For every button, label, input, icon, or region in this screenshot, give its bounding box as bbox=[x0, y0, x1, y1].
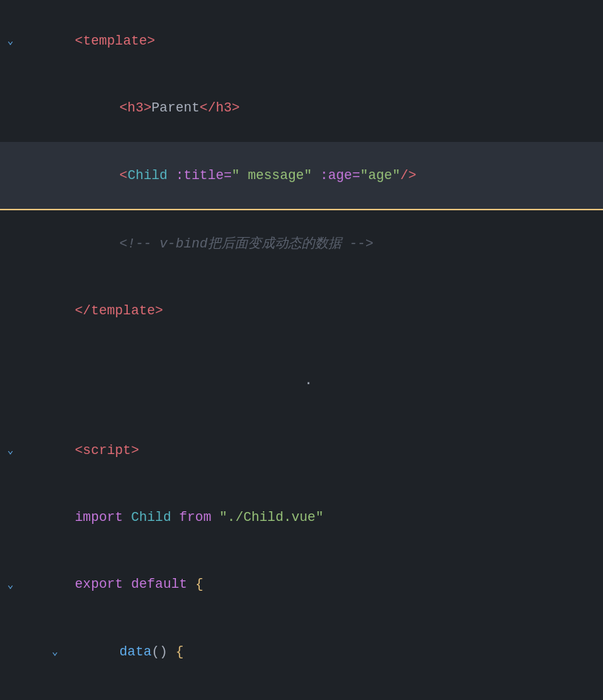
code-line-3: <Child :title=" message" :age="age"/> bbox=[0, 142, 603, 210]
gutter-1: ⌄ bbox=[0, 33, 21, 49]
from-keyword: from bbox=[179, 510, 211, 525]
code-line-12: ⌄ data() { bbox=[0, 618, 603, 685]
code-line-9: ⌄ <script> bbox=[0, 417, 603, 484]
dot-separator: . bbox=[304, 370, 313, 392]
data-method: data bbox=[120, 644, 151, 659]
line-content-2: <h3>Parent</h3> bbox=[65, 76, 603, 140]
line-content-10: import Child from "./Child.vue" bbox=[21, 485, 603, 549]
tag-bracket-close: > bbox=[147, 33, 155, 48]
default-keyword: default bbox=[131, 577, 187, 592]
child-tag-open: < bbox=[120, 168, 128, 183]
age-value: "age" bbox=[360, 168, 400, 183]
code-line-10: import Child from "./Child.vue" bbox=[0, 484, 603, 551]
fold-chevron-11[interactable]: ⌄ bbox=[7, 577, 13, 593]
age-bind: :age= bbox=[320, 168, 360, 183]
code-line-blank1 bbox=[0, 345, 603, 369]
line-content-5: </template> bbox=[21, 279, 603, 343]
code-line-2: <h3>Parent</h3> bbox=[0, 74, 603, 141]
fold-chevron-1[interactable]: ⌄ bbox=[7, 33, 13, 49]
tag-bracket-open: < bbox=[75, 33, 83, 48]
line-content-4: <!-- v-bind把后面变成动态的数据 --> bbox=[65, 212, 603, 276]
h3-open: <h3> bbox=[120, 100, 151, 115]
h3-close: </h3> bbox=[200, 100, 240, 115]
gutter-9: ⌄ bbox=[0, 442, 21, 458]
fold-chevron-9[interactable]: ⌄ bbox=[7, 442, 13, 458]
code-line-13: ⌄ return{ bbox=[0, 685, 603, 700]
code-line-dot: . bbox=[0, 369, 603, 393]
code-line-5: </template> bbox=[0, 278, 603, 345]
template-close: </template> bbox=[75, 303, 163, 318]
brace-open-data: { bbox=[175, 644, 183, 659]
title-bind: :title= bbox=[175, 168, 232, 183]
template-tag: template bbox=[83, 33, 147, 48]
script-open: <script> bbox=[75, 443, 139, 458]
gutter-11: ⌄ bbox=[0, 577, 21, 593]
self-close: /> bbox=[400, 168, 417, 183]
import-child-name: Child bbox=[131, 510, 171, 525]
vbind-comment: <!-- v-bind把后面变成动态的数据 --> bbox=[120, 236, 374, 251]
code-line-11: ⌄ export default { bbox=[0, 551, 603, 618]
export-keyword: export bbox=[75, 577, 123, 592]
fold-chevron-12[interactable]: ⌄ bbox=[52, 644, 58, 660]
line-content-11: export default { bbox=[21, 553, 603, 617]
code-editor: ⌄ <template> <h3>Parent</h3> <Child :tit… bbox=[0, 0, 603, 700]
line-content-12: data() { bbox=[65, 620, 603, 684]
title-value: " message" bbox=[232, 168, 312, 183]
line-content-3: <Child :title=" message" :age="age"/> bbox=[65, 143, 603, 207]
parent-text: Parent bbox=[151, 100, 200, 115]
brace-open-export: { bbox=[195, 577, 203, 592]
line-content-1: <template> bbox=[21, 9, 603, 73]
gutter-12: ⌄ bbox=[45, 644, 65, 660]
line-content-9: <script> bbox=[21, 418, 603, 482]
child-tag-name: Child bbox=[128, 168, 168, 183]
code-line-4: <!-- v-bind把后面变成动态的数据 --> bbox=[0, 210, 603, 277]
import-path: "./Child.vue" bbox=[219, 510, 323, 525]
line-content-13: return{ bbox=[95, 687, 603, 700]
code-line-1: ⌄ <template> bbox=[0, 7, 603, 74]
import-keyword: import bbox=[75, 510, 123, 525]
code-line-blank2 bbox=[0, 393, 603, 417]
